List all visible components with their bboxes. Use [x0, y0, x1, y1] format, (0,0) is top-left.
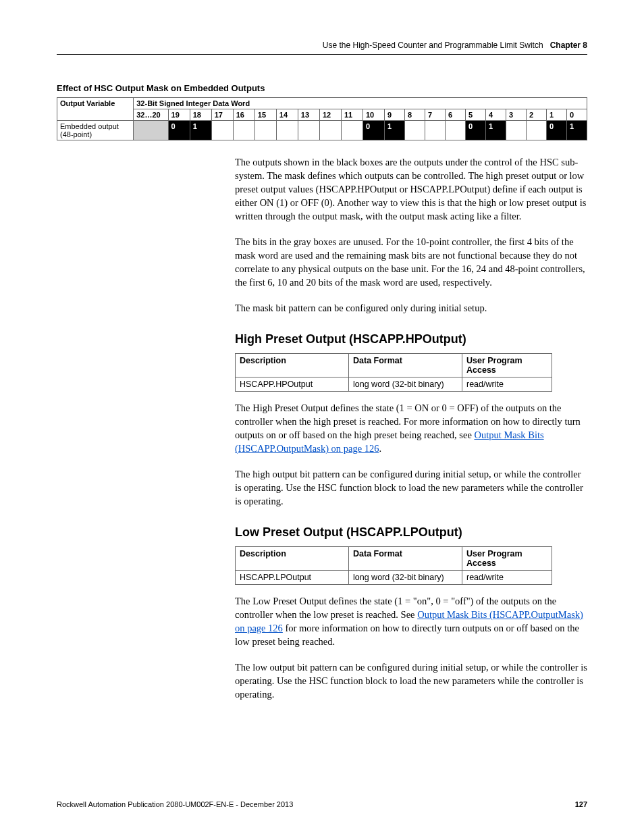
bit-header: 15 — [254, 109, 276, 121]
bit-header: 2 — [526, 109, 546, 121]
bit-header: 32…20 — [134, 109, 168, 121]
bit-cell — [254, 121, 276, 140]
footer-page: 127 — [575, 800, 587, 808]
lp-heading: Low Preset Output (HSCAPP.LPOutput) — [235, 525, 587, 540]
bit-header: 16 — [233, 109, 254, 121]
paragraph-2: The bits in the gray boxes are unused. F… — [235, 235, 587, 289]
hp-th2: Data Format — [349, 354, 462, 377]
bit-header: 0 — [566, 109, 587, 121]
hp-th1: Description — [236, 354, 349, 377]
top-table-title: Effect of HSC Output Mask on Embedded Ou… — [57, 83, 587, 93]
header-rule — [57, 54, 587, 55]
hp-para-2: The high output bit pattern can be confi… — [235, 467, 587, 508]
bit-cell — [446, 121, 466, 140]
lp-th2: Data Format — [349, 547, 462, 571]
dataword-header: 32-Bit Signed Integer Data Word — [134, 98, 587, 109]
bit-cell — [405, 121, 425, 140]
bit-cell — [211, 121, 233, 140]
bit-cell — [526, 121, 546, 140]
paragraph-1: The outputs shown in the black boxes are… — [235, 155, 587, 223]
lp-para-2: The low output bit pattern can be config… — [235, 660, 587, 701]
hp-td2: long word (32-bit binary) — [349, 377, 462, 392]
bit-header: 1 — [546, 109, 566, 121]
bit-cell — [298, 121, 319, 140]
bit-cell — [341, 121, 363, 140]
header-text: Use the High-Speed Counter and Programma… — [323, 41, 543, 50]
bit-header: 5 — [465, 109, 485, 121]
bit-header: 8 — [405, 109, 425, 121]
row-label: Embedded output (48-point) — [57, 121, 134, 140]
bit-header: 12 — [319, 109, 341, 121]
bit-cell: 1 — [190, 121, 211, 140]
bit-header: 3 — [506, 109, 526, 121]
bit-cell: 1 — [385, 121, 405, 140]
bit-cell: 0 — [168, 121, 190, 140]
bit-header: 11 — [341, 109, 363, 121]
page-footer: Rockwell Automation Publication 2080-UM0… — [57, 800, 587, 808]
bit-header: 14 — [276, 109, 298, 121]
bit-cell: 0 — [546, 121, 566, 140]
bit-cell — [276, 121, 298, 140]
hp-td1: HSCAPP.HPOutput — [236, 377, 349, 392]
hp-para-1: The High Preset Output defines the state… — [235, 401, 587, 455]
lp-th1: Description — [236, 547, 349, 571]
bit-header: 4 — [485, 109, 506, 121]
bit-cell: 0 — [363, 121, 385, 140]
lp-para-1: The Low Preset Output defines the state … — [235, 594, 587, 648]
bit-header: 19 — [168, 109, 190, 121]
paragraph-3: The mask bit pattern can be configured o… — [235, 301, 587, 315]
lp-table: Description Data Format User Program Acc… — [235, 546, 552, 585]
hp-th3: User Program Access — [462, 354, 552, 377]
bit-cell — [319, 121, 341, 140]
bit-cell: 1 — [485, 121, 506, 140]
header-chapter: Chapter 8 — [550, 41, 587, 50]
bit-header: 18 — [190, 109, 211, 121]
bit-header: 13 — [298, 109, 319, 121]
bit-header: 6 — [446, 109, 466, 121]
bit-cell: 1 — [566, 121, 587, 140]
hp-heading: High Preset Output (HSCAPP.HPOutput) — [235, 332, 587, 346]
lp-td2: long word (32-bit binary) — [349, 571, 462, 585]
hp-td3: read/write — [462, 377, 552, 392]
bit-cell — [134, 121, 168, 140]
lp-td3: read/write — [462, 571, 552, 585]
lp-td1: HSCAPP.LPOutput — [236, 571, 349, 585]
mask-effect-table: Output Variable 32-Bit Signed Integer Da… — [57, 97, 587, 140]
running-header: Use the High-Speed Counter and Programma… — [57, 41, 587, 50]
bit-header: 10 — [363, 109, 385, 121]
bit-cell: 0 — [465, 121, 485, 140]
lp-th3: User Program Access — [462, 547, 552, 571]
bit-cell — [506, 121, 526, 140]
footer-pub: Rockwell Automation Publication 2080-UM0… — [57, 800, 293, 808]
bit-header: 7 — [425, 109, 446, 121]
bit-cell — [425, 121, 446, 140]
bit-header: 17 — [211, 109, 233, 121]
bit-header: 9 — [385, 109, 405, 121]
hp-table: Description Data Format User Program Acc… — [235, 353, 552, 392]
bit-cell — [233, 121, 254, 140]
outvar-header: Output Variable — [57, 98, 134, 121]
